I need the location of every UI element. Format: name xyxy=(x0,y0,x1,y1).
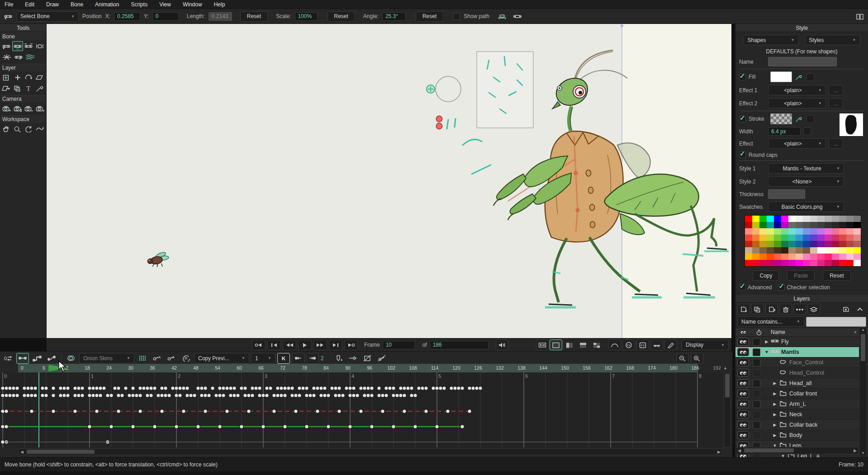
canvas[interactable] xyxy=(47,24,731,338)
curves-toggle-icon[interactable] xyxy=(608,339,621,350)
wind-force-tool[interactable] xyxy=(24,52,36,62)
palette-swatch[interactable] xyxy=(846,260,854,266)
paste-style-button[interactable]: Paste xyxy=(787,270,815,281)
palette-swatch[interactable] xyxy=(839,228,846,235)
stroke-checkbox[interactable] xyxy=(739,116,746,122)
layer-expand-icon[interactable]: ▶ xyxy=(772,423,778,427)
selection-rectangle[interactable] xyxy=(477,52,533,128)
layer-select-checkbox[interactable] xyxy=(753,432,760,439)
bone-control-handle[interactable] xyxy=(427,85,435,93)
palette-swatch[interactable] xyxy=(752,228,759,235)
palette-swatch[interactable] xyxy=(810,247,817,254)
palette-swatch[interactable] xyxy=(846,222,854,228)
palette-swatch[interactable] xyxy=(810,228,817,235)
palette-swatch[interactable] xyxy=(788,235,796,241)
fx-square-toggle-icon[interactable]: FX xyxy=(636,339,649,350)
mask-toggle-icon[interactable] xyxy=(650,339,663,350)
menu-edit[interactable]: Edit xyxy=(25,1,34,8)
transform-layer-tool[interactable] xyxy=(1,72,12,82)
advanced-checkbox[interactable] xyxy=(739,284,746,291)
bone-rigid-icon[interactable] xyxy=(513,13,522,20)
stroke-effect-dropdown[interactable]: <plain>▼ xyxy=(768,138,826,149)
camera-add-tool[interactable] xyxy=(1,103,12,113)
palette-swatch[interactable] xyxy=(854,235,861,241)
palette-swatch[interactable] xyxy=(774,254,781,260)
palette-swatch[interactable] xyxy=(810,241,817,247)
palette-swatch[interactable] xyxy=(781,247,788,254)
bone-stretch-icon[interactable] xyxy=(498,13,507,20)
layer-row-collar-back[interactable]: ▶Collar back xyxy=(735,420,859,430)
palette-swatch[interactable] xyxy=(759,254,767,260)
timeline-hscrollbar[interactable]: ◀ ▶ xyxy=(18,448,723,455)
menu-help[interactable]: Help xyxy=(214,1,225,8)
palette-swatch[interactable] xyxy=(846,254,854,260)
stroke-color-swatch[interactable] xyxy=(770,113,792,124)
thickness-input[interactable] xyxy=(768,189,805,199)
palette-swatch[interactable] xyxy=(803,247,810,254)
palette-swatch[interactable] xyxy=(788,222,796,228)
palette-swatch[interactable] xyxy=(752,247,759,254)
palette-swatch[interactable] xyxy=(846,228,854,235)
palette-swatch[interactable] xyxy=(803,222,810,228)
color-palette[interactable] xyxy=(745,215,861,267)
palette-swatch[interactable] xyxy=(774,235,781,241)
palette-swatch[interactable] xyxy=(810,235,817,241)
palette-swatch[interactable] xyxy=(825,254,832,260)
palette-swatch[interactable] xyxy=(745,241,752,247)
collapse-panel-icon[interactable] xyxy=(854,304,866,315)
styles-dropdown[interactable]: Styles▼ xyxy=(805,35,860,45)
palette-swatch[interactable] xyxy=(796,216,803,222)
palette-swatch[interactable] xyxy=(745,235,752,241)
onion-skins-dropdown[interactable]: Onion Skins▼ xyxy=(79,353,134,363)
scroll-left-icon[interactable]: ◀ xyxy=(20,450,24,454)
layer-visibility-icon[interactable] xyxy=(737,431,749,439)
palette-swatch[interactable] xyxy=(817,228,825,235)
copy-style-button[interactable]: Copy xyxy=(753,270,779,281)
layer-expand-icon[interactable]: ▼ xyxy=(764,350,769,354)
go-start-button[interactable] xyxy=(267,340,281,350)
palette-swatch[interactable] xyxy=(745,254,752,260)
timeline-zoom-out-icon[interactable] xyxy=(676,353,689,364)
palette-swatch[interactable] xyxy=(767,254,774,260)
palette-swatch[interactable] xyxy=(832,260,839,266)
trash-icon[interactable] xyxy=(779,304,792,315)
palette-swatch[interactable] xyxy=(846,247,854,254)
menu-animation[interactable]: Animation xyxy=(95,1,119,8)
palette-swatch[interactable] xyxy=(825,235,832,241)
layer-select-checkbox[interactable] xyxy=(753,338,760,346)
fill-extra-box[interactable] xyxy=(806,73,814,81)
copy-prev-dropdown[interactable]: Copy Previ...▼ xyxy=(194,353,249,363)
eyedropper-tool[interactable] xyxy=(34,83,45,93)
add-layer-tool[interactable] xyxy=(12,72,23,82)
palette-swatch[interactable] xyxy=(752,260,759,266)
palette-swatch[interactable] xyxy=(825,222,832,228)
layer-stack-icon[interactable] xyxy=(807,304,820,315)
palette-swatch[interactable] xyxy=(817,235,825,241)
palette-swatch[interactable] xyxy=(839,222,846,228)
rotate-layer-tool[interactable] xyxy=(24,72,34,82)
palette-swatch[interactable] xyxy=(832,254,839,260)
duplicate-layer-icon[interactable] xyxy=(751,304,764,315)
layer-select-checkbox[interactable] xyxy=(753,411,760,419)
pane-quad-icon[interactable] xyxy=(590,339,603,350)
palette-swatch[interactable] xyxy=(759,247,767,254)
jump-loop-start-button[interactable] xyxy=(252,340,266,350)
palette-swatch[interactable] xyxy=(839,260,846,266)
layer-select-checkbox[interactable] xyxy=(753,380,760,387)
palette-swatch[interactable] xyxy=(832,241,839,247)
palette-swatch[interactable] xyxy=(759,216,767,222)
palette-swatch[interactable] xyxy=(832,247,839,254)
fly-drawing[interactable] xyxy=(148,251,169,267)
frame-input[interactable]: 10 xyxy=(383,341,415,349)
autokey-icon[interactable]: A xyxy=(151,353,163,364)
palette-swatch[interactable] xyxy=(774,247,781,254)
palette-swatch[interactable] xyxy=(774,260,781,266)
shapes-dropdown[interactable]: Shapes▼ xyxy=(744,35,799,45)
reset-rotation-icon[interactable]: R xyxy=(180,353,192,364)
palette-swatch[interactable] xyxy=(810,222,817,228)
layer-expand-icon[interactable]: ▶ xyxy=(772,381,778,386)
layer-row-head-all[interactable]: ▶Head_all xyxy=(735,378,859,389)
reset-scale-button[interactable]: Reset xyxy=(327,11,355,22)
rotation-circle-widget[interactable] xyxy=(436,76,461,102)
palette-swatch[interactable] xyxy=(796,247,803,254)
